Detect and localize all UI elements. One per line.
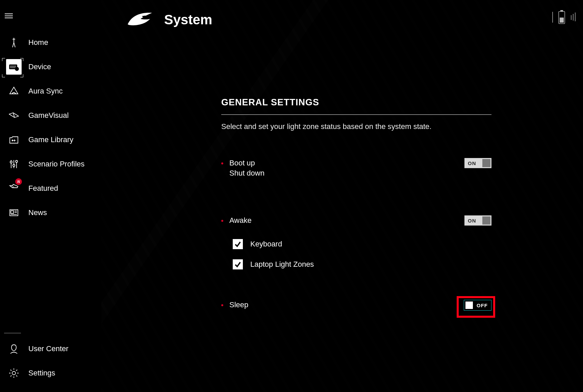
sidebar-item-label: Aura Sync <box>28 87 63 96</box>
boot-label-line1: Boot up <box>229 158 264 168</box>
svg-point-17 <box>16 160 18 162</box>
sidebar-item-user-center[interactable]: User Center <box>0 337 101 361</box>
setting-row-sleep: Sleep OFF <box>221 300 491 310</box>
checkbox-keyboard[interactable]: Keyboard <box>233 239 491 249</box>
sidebar: Home Device Aura Sync GameVisual <box>0 0 101 392</box>
gamevisual-icon <box>6 108 22 123</box>
svg-point-9 <box>12 140 13 141</box>
sidebar-bottom: User Center Settings <box>0 333 101 385</box>
sidebar-item-news[interactable]: News <box>0 201 101 225</box>
sidebar-item-label: User Center <box>28 344 69 353</box>
device-icon <box>6 59 22 75</box>
divider <box>4 333 21 333</box>
toggle-awake-label: ON <box>468 218 476 224</box>
sidebar-item-label: Settings <box>28 369 55 377</box>
bullet-icon <box>221 220 223 222</box>
toggle-awake[interactable]: ON <box>464 215 491 226</box>
new-badge: N <box>15 178 22 185</box>
checkbox-laptop-light-zones[interactable]: Laptop Light Zones <box>233 259 491 269</box>
sidebar-item-label: Scenario Profiles <box>28 160 84 168</box>
sidebar-item-gamevisual[interactable]: GameVisual <box>0 103 101 128</box>
sidebar-item-label: Device <box>28 62 51 71</box>
rog-logo-icon <box>125 9 155 30</box>
sidebar-item-device[interactable]: Device <box>0 55 101 79</box>
svg-rect-27 <box>560 18 564 23</box>
game-library-icon <box>6 132 22 148</box>
page-title: System <box>164 12 212 27</box>
toggle-knob <box>482 216 490 225</box>
svg-point-15 <box>10 161 12 163</box>
highlight-annotation <box>457 296 495 318</box>
setting-row-boot: Boot up Shut down ON <box>221 158 491 178</box>
sidebar-item-home[interactable]: Home <box>0 30 101 55</box>
divider-icon <box>552 10 553 25</box>
sidebar-item-label: Home <box>28 38 48 47</box>
setting-row-awake: Awake ON <box>221 215 491 226</box>
toggle-knob <box>482 159 490 167</box>
checkbox-label: Laptop Light Zones <box>250 260 314 269</box>
settings-icon <box>6 365 22 381</box>
svg-point-23 <box>12 371 16 375</box>
sidebar-item-label: Featured <box>28 184 58 193</box>
toggle-boot[interactable]: ON <box>464 158 491 168</box>
setting-label-boot: Boot up Shut down <box>229 158 264 178</box>
setting-label-sleep: Sleep <box>229 300 248 310</box>
user-center-icon <box>6 341 22 357</box>
sidebar-item-label: News <box>28 208 47 217</box>
section-description: Select and set your light zone status ba… <box>221 122 491 131</box>
sidebar-item-scenario-profiles[interactable]: Scenario Profiles <box>0 152 101 176</box>
nav-list: Home Device Aura Sync GameVisual <box>0 30 101 225</box>
boot-label-line2: Shut down <box>229 168 264 178</box>
battery-icon <box>557 9 567 26</box>
svg-rect-19 <box>11 211 14 213</box>
news-icon <box>6 205 22 220</box>
bullet-icon <box>221 304 223 306</box>
checkbox-icon <box>233 239 243 249</box>
aura-sync-icon <box>6 83 22 99</box>
signal-icon <box>570 10 578 25</box>
section-divider <box>221 114 491 115</box>
sidebar-item-game-library[interactable]: Game Library <box>0 128 101 152</box>
bullet-icon <box>221 162 223 164</box>
sidebar-item-label: GameVisual <box>28 111 69 120</box>
header: System <box>125 9 212 30</box>
svg-point-16 <box>13 164 15 166</box>
scenario-profiles-icon <box>6 156 22 172</box>
toggle-boot-label: ON <box>468 160 476 166</box>
section-title: GENERAL SETTINGS <box>221 97 491 108</box>
svg-point-7 <box>15 67 19 71</box>
svg-rect-26 <box>560 10 563 11</box>
sidebar-item-settings[interactable]: Settings <box>0 361 101 385</box>
sidebar-item-label: Game Library <box>28 135 73 144</box>
main-content: GENERAL SETTINGS Select and set your lig… <box>221 97 491 310</box>
status-indicators <box>552 9 578 26</box>
menu-toggle-button[interactable] <box>5 12 15 20</box>
sidebar-item-aura-sync[interactable]: Aura Sync <box>0 79 101 103</box>
home-icon <box>6 35 22 50</box>
checkbox-icon <box>233 259 243 269</box>
checkbox-label: Keyboard <box>250 240 282 249</box>
sidebar-item-featured[interactable]: N Featured <box>0 176 101 201</box>
setting-label-awake: Awake <box>229 215 252 226</box>
